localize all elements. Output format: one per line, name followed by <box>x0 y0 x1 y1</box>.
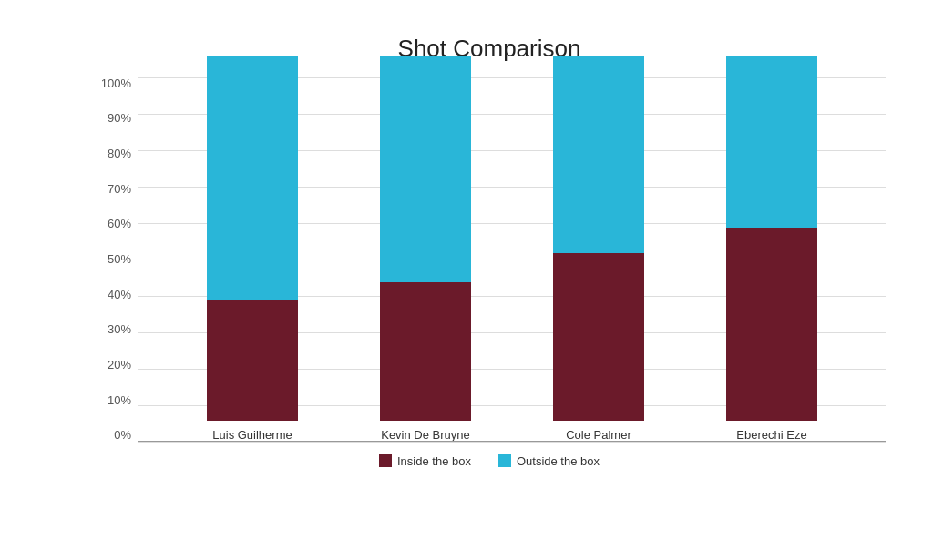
y-label-40: 40% <box>108 289 131 300</box>
y-axis: 100% 90% 80% 70% 60% 50% 40% 30% 20% 10%… <box>93 77 138 442</box>
bar-label-2: Cole Palmer <box>566 428 631 442</box>
bar-stack-2 <box>553 56 644 421</box>
y-label-50: 50% <box>108 253 131 265</box>
legend-item-inside: Inside the box <box>379 454 471 468</box>
y-label-30: 30% <box>108 323 131 335</box>
y-label-70: 70% <box>108 183 131 195</box>
legend-label-inside: Inside the box <box>397 454 471 468</box>
outside-segment-3 <box>726 56 817 228</box>
bar-group-1: Kevin De Bruyne <box>371 56 480 442</box>
bar-stack-3 <box>726 56 817 421</box>
legend: Inside the box Outside the box <box>93 454 886 468</box>
y-label-80: 80% <box>108 148 131 159</box>
bar-label-3: Eberechi Eze <box>736 428 806 442</box>
y-label-60: 60% <box>108 218 131 229</box>
bars-row: Luis GuilhermeKevin De BruyneCole Palmer… <box>138 77 886 442</box>
grid-and-bars: Luis GuilhermeKevin De BruyneCole Palmer… <box>138 77 886 442</box>
bar-label-0: Luis Guilherme <box>212 428 292 442</box>
y-label-90: 90% <box>108 112 131 124</box>
inside-swatch <box>379 454 392 467</box>
inside-segment-2 <box>553 253 644 421</box>
chart-container: Shot Comparison 100% 90% 80% 70% 60% 50%… <box>29 16 904 545</box>
bar-stack-0 <box>207 56 298 421</box>
y-label-0: 0% <box>114 429 131 441</box>
inside-segment-1 <box>380 282 471 421</box>
grid-line-0 <box>138 442 886 443</box>
legend-label-outside: Outside the box <box>517 454 600 468</box>
y-label-20: 20% <box>108 359 131 371</box>
outside-segment-1 <box>380 56 471 282</box>
inside-segment-3 <box>726 228 817 421</box>
outside-swatch <box>498 454 511 467</box>
outside-segment-2 <box>553 56 644 253</box>
legend-item-outside: Outside the box <box>498 454 600 468</box>
bar-group-2: Cole Palmer <box>544 56 653 442</box>
y-label-100: 100% <box>101 77 131 89</box>
inside-segment-0 <box>207 300 298 421</box>
bar-label-1: Kevin De Bruyne <box>381 428 470 442</box>
x-axis-line <box>138 441 886 442</box>
bar-group-0: Luis Guilherme <box>198 56 307 442</box>
bar-group-3: Eberechi Eze <box>717 56 826 442</box>
bar-stack-1 <box>380 56 471 421</box>
y-label-10: 10% <box>108 394 131 406</box>
outside-segment-0 <box>207 56 298 300</box>
chart-area: 100% 90% 80% 70% 60% 50% 40% 30% 20% 10%… <box>93 77 886 442</box>
